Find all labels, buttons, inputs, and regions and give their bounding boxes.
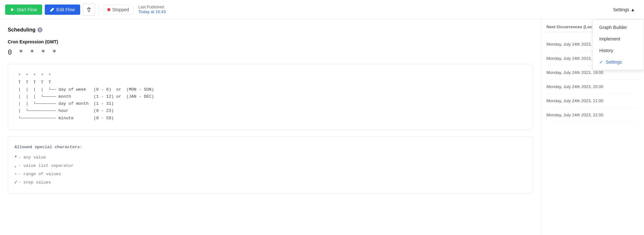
cron-diagram: * * * * * T T T T T | | | | └── day of w… [8,64,533,130]
char-comma-desc: - value list separator [18,162,74,170]
play-icon [10,7,15,12]
char-dash-desc: - range of values [18,170,61,178]
menu-item-history[interactable]: History [593,45,644,56]
special-chars-title: Allowed special characters: [14,143,526,151]
published-time: Today at 16:43 [138,9,166,14]
history-label: History [599,48,613,53]
edit-flow-button[interactable]: Edit Flow [45,5,80,15]
special-char-comma: , - value list separator [14,162,526,170]
menu-item-implement[interactable]: Implement [593,33,644,45]
status-label: Stopped [112,7,129,12]
status-dot [107,8,110,11]
left-panel: Scheduling i Cron Expression (GMT) 0 * *… [0,19,541,235]
char-asterisk-desc: - any value [18,153,46,162]
char-comma: , [14,162,17,170]
char-slash: / [14,178,17,187]
edit-flow-label: Edit Flow [56,7,75,12]
special-char-dash: - - range of values [14,170,526,178]
toolbar-divider [99,4,99,16]
char-slash-desc: - step values [18,178,51,187]
occurrence-item: Monday, July 24th 2023, 22:00 [546,108,639,122]
delete-button[interactable] [83,4,95,16]
cron-diagram-text: * * * * * T T T T T | | | | └── day of w… [16,72,525,122]
edit-icon [50,7,54,12]
toolbar: Start Flow Edit Flow Stopped Last Publis… [0,0,644,19]
published-label: Last Published: [138,5,166,9]
char-asterisk: * [14,153,17,162]
main-content: Scheduling i Cron Expression (GMT) 0 * *… [0,19,644,235]
special-char-asterisk: * - any value [14,153,526,162]
special-chars-box: Allowed special characters: * - any valu… [8,136,533,194]
published-info: Last Published: Today at 16:43 [138,5,166,14]
settings-menu-label: Settings [606,59,622,65]
start-flow-button[interactable]: Start Flow [5,5,42,15]
cron-expression-label: Cron Expression (GMT) [8,39,533,44]
char-dash: - [14,170,17,178]
cron-expression-value: 0 * * * * [8,48,533,56]
check-icon: ✓ [599,59,603,65]
settings-dropdown: Graph Builder Implement History ✓ Settin… [592,19,644,70]
menu-item-graph-builder[interactable]: Graph Builder [593,22,644,33]
occurrences-title-text: Next Occurrences (Loc [546,24,592,29]
start-flow-label: Start Flow [17,7,37,12]
special-char-slash: / - step values [14,178,526,187]
status-badge: Stopped [103,5,133,14]
implement-label: Implement [599,36,620,41]
trash-icon [86,7,91,12]
graph-builder-label: Graph Builder [599,25,627,30]
occurrence-item: Monday, July 24th 2023, 20:00 [546,80,639,94]
info-icon[interactable]: i [37,27,43,32]
section-title-text: Scheduling [8,27,35,33]
settings-button[interactable]: Settings ▲ [609,5,639,15]
menu-item-settings[interactable]: ✓ Settings [593,56,644,68]
svg-marker-0 [11,8,14,11]
section-title: Scheduling i [8,27,533,33]
settings-label: Settings ▲ [613,7,635,12]
occurrence-item: Monday, July 24th 2023, 21:00 [546,94,639,108]
